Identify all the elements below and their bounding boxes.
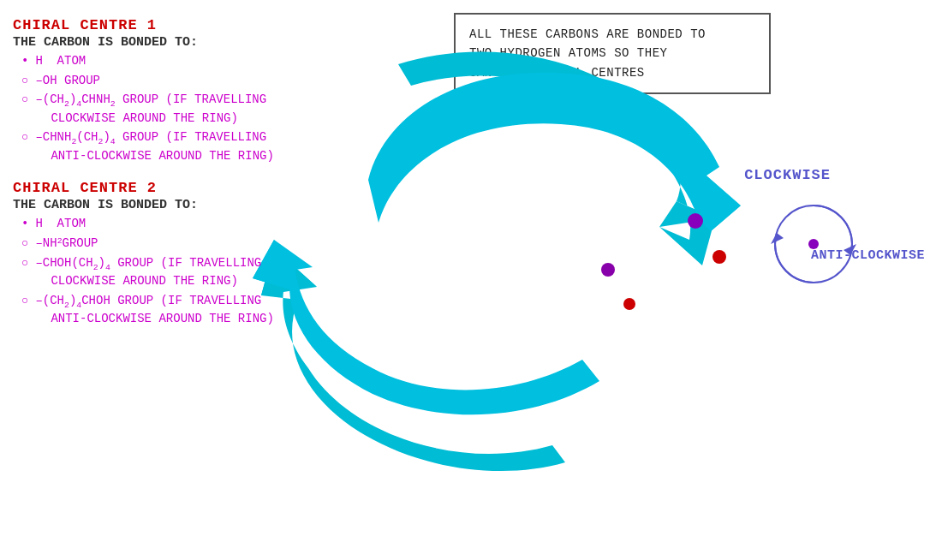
chiral2-subheading: THE CARBON IS BONDED TO: <box>13 198 450 212</box>
chiral1-item-4: –CHNH2(CH2)4 GROUP (IF TRAVELLINGANTI-CL… <box>21 129 450 164</box>
chiral1-item-1: H ATOM <box>21 53 450 70</box>
svg-point-4 <box>688 213 703 229</box>
chiral1-subheading: THE CARBON IS BONDED TO: <box>13 35 450 50</box>
clockwise-label: CLOCKWISE <box>744 167 831 183</box>
chiral2-section: CHIRAL CENTRE 2 THE CARBON IS BONDED TO:… <box>13 180 450 327</box>
chiral1-item-2: –OH GROUP <box>21 73 450 90</box>
chiral2-item-3: –CHOH(CH2)4 GROUP (IF TRAVELLINGCLOCKWIS… <box>21 255 450 290</box>
chiral1-list: H ATOM –OH GROUP –(CH2)4CHNH2 GROUP (IF … <box>21 53 450 164</box>
svg-marker-7 <box>844 244 856 255</box>
svg-point-9 <box>808 239 819 249</box>
chiral1-item-3: –(CH2)4CHNH2 GROUP (IF TRAVELLINGCLOCKWI… <box>21 92 450 127</box>
chiral1-section: CHIRAL CENTRE 1 THE CARBON IS BONDED TO:… <box>13 17 450 164</box>
chiral2-item-4: –(CH2)4CHOH GROUP (IF TRAVELLINGANTI-CLO… <box>21 293 450 328</box>
small-circle-diagram <box>758 188 869 300</box>
chiral2-item-2: –NH2 GROUP <box>21 235 450 253</box>
chiral2-list: H ATOM –NH2 GROUP –CHOH(CH2)4 GROUP (IF … <box>21 216 450 327</box>
chiral2-item-1: H ATOM <box>21 216 450 233</box>
left-text-panel: CHIRAL CENTRE 1 THE CARBON IS BONDED TO:… <box>13 17 450 331</box>
chiral2-heading: CHIRAL CENTRE 2 <box>13 180 450 196</box>
chiral1-heading: CHIRAL CENTRE 1 <box>13 17 450 33</box>
svg-point-5 <box>712 250 726 264</box>
svg-marker-8 <box>771 233 784 244</box>
main-container: ALL THESE CARBONS ARE BONDED TO TWO HYDR… <box>0 0 942 560</box>
